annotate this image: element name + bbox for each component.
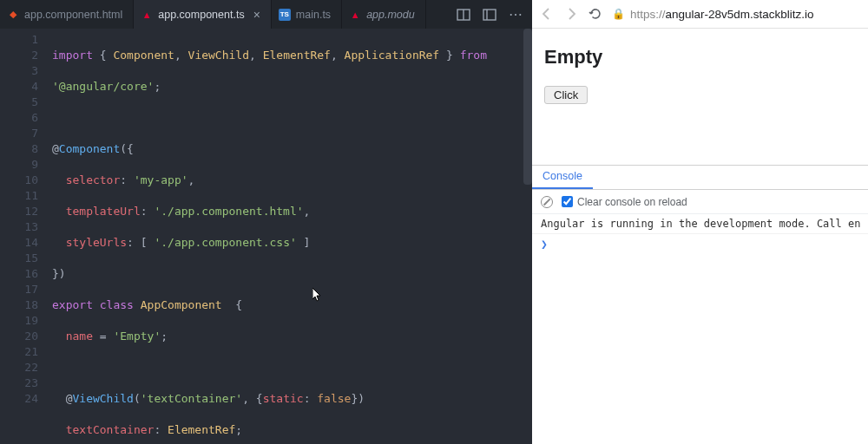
tab-app-component-ts[interactable]: ▲ app.component.ts × [134,0,272,29]
preview-pane: 🔒 https://angular-28v5dm.stackblitz.io E… [532,0,868,444]
line-number: 9 [0,157,52,173]
tab-label: app.modu [366,9,415,21]
clear-on-reload-toggle[interactable]: Clear console on reload [562,196,687,208]
console-log-line: Angular is running in the development mo… [532,214,868,234]
line-number: 15 [0,251,52,266]
line-gutter: 123456789101112131415161718192021222324 [0,29,52,444]
browser-toolbar: 🔒 https://angular-28v5dm.stackblitz.io [532,0,868,29]
console-output[interactable]: Angular is running in the development mo… [532,214,868,444]
tab-console[interactable]: Console [532,165,593,189]
tab-label: main.ts [296,9,331,21]
back-button[interactable] [539,6,555,22]
line-number: 4 [0,79,52,95]
tab-app-module[interactable]: ▲ app.modu [342,0,426,29]
angular-icon: ▲ [349,9,361,21]
url-host: angular-28v5dm.stackblitz.io [666,8,814,21]
line-number: 22 [0,360,52,375]
line-number: 20 [0,329,52,344]
line-number: 24 [0,391,52,407]
tabs-actions: ⋯ [447,7,532,23]
angular-icon: ▲ [141,9,153,21]
typescript-icon: TS [279,9,291,21]
line-number: 18 [0,297,52,313]
line-number: 13 [0,219,52,235]
svg-rect-2 [483,10,496,20]
clear-on-reload-checkbox[interactable] [562,196,573,207]
line-number: 1 [0,32,52,48]
line-number: 5 [0,95,52,110]
line-number: 12 [0,204,52,219]
line-number: 3 [0,63,52,79]
console-prompt[interactable]: ❯ [532,234,868,254]
split-icon[interactable] [456,7,471,23]
line-number: 6 [0,110,52,126]
line-number: 2 [0,48,52,63]
click-button[interactable]: Click [544,86,588,104]
html5-icon: ◆ [7,9,19,21]
tab-label: app.component.html [24,9,122,21]
page-heading: Empty [544,46,856,69]
line-number: 14 [0,235,52,251]
url-protocol: https:// [630,8,666,21]
tab-main-ts[interactable]: TS main.ts [272,0,342,29]
close-icon[interactable]: × [253,8,260,22]
line-number: 17 [0,282,52,297]
editor-tabs: ◆ app.component.html ▲ app.component.ts … [0,0,532,29]
code-content[interactable]: import { Component, ViewChild, ElementRe… [52,29,532,444]
line-number: 16 [0,266,52,282]
url-bar[interactable]: 🔒 https://angular-28v5dm.stackblitz.io [612,8,861,21]
page-content: Empty Click [532,29,868,121]
line-number: 23 [0,375,52,391]
tab-app-component-html[interactable]: ◆ app.component.html [0,0,134,29]
code-editor[interactable]: 123456789101112131415161718192021222324 … [0,29,532,444]
editor-pane: ◆ app.component.html ▲ app.component.ts … [0,0,532,444]
tab-label: app.component.ts [158,9,244,21]
line-number: 21 [0,344,52,360]
layout-icon[interactable] [482,7,497,23]
lock-icon: 🔒 [612,8,625,20]
devtools-panel: Console Clear console on reload Angular … [532,165,868,444]
console-toolbar: Clear console on reload [532,190,868,214]
clear-on-reload-label: Clear console on reload [577,196,687,208]
line-number: 7 [0,126,52,141]
line-number: 8 [0,141,52,157]
vertical-scrollbar[interactable] [523,29,532,185]
clear-console-icon[interactable] [541,196,553,208]
more-icon[interactable]: ⋯ [508,7,523,23]
forward-button[interactable] [563,6,579,22]
line-number: 11 [0,188,52,204]
devtools-tabs: Console [532,166,868,190]
line-number: 19 [0,313,52,329]
line-number: 10 [0,173,52,188]
browser-body: Empty Click Console Clear console on rel… [532,29,868,444]
reload-button[interactable] [588,6,603,22]
